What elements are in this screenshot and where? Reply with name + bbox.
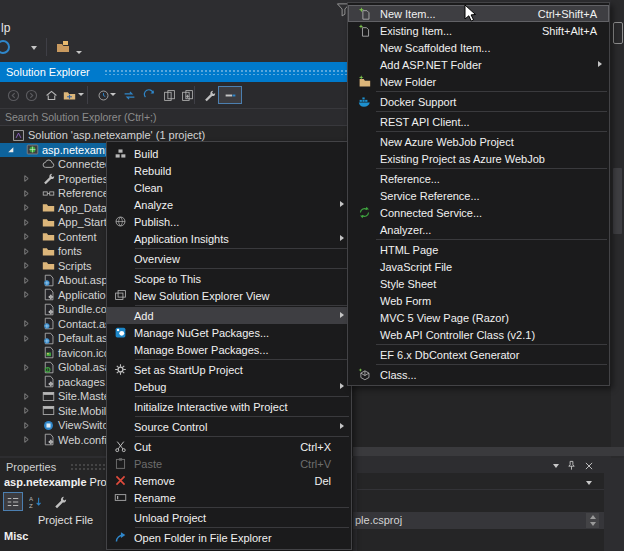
menu-item-new-item[interactable]: New Item...Ctrl+Shift+A xyxy=(348,5,609,22)
menu-item-rebuild[interactable]: Rebuild xyxy=(107,162,351,179)
preview-selected-toggle-icon[interactable] xyxy=(218,86,242,104)
object-combo[interactable] xyxy=(357,475,604,490)
menu-item-style-sheet[interactable]: Style Sheet xyxy=(348,275,609,292)
chevron-expanded-icon[interactable] xyxy=(6,143,16,158)
menu-item-class[interactable]: Class... xyxy=(348,366,609,383)
dropdown-caret[interactable] xyxy=(110,93,116,96)
menu-item-rest-api-client[interactable]: REST API Client... xyxy=(348,113,609,130)
menu-item-publish[interactable]: Publish... xyxy=(107,213,351,230)
menu-item-initialize-interactive-with-project[interactable]: Initialize Interactive with Project xyxy=(107,398,351,415)
menu-item-label: Web Form xyxy=(380,295,431,307)
chevron-collapsed-icon[interactable] xyxy=(22,317,32,332)
chevron-collapsed-icon[interactable] xyxy=(22,201,32,216)
menu-item-label: New Folder xyxy=(380,76,436,88)
chevron-collapsed-icon[interactable] xyxy=(22,389,32,404)
menu-item-label: REST API Client... xyxy=(380,116,470,128)
menu-item-scope-to-this[interactable]: Scope to This xyxy=(107,270,351,287)
menu-item-new-solution-explorer-view[interactable]: New Solution Explorer View xyxy=(107,287,351,304)
menu-item-build[interactable]: Build xyxy=(107,145,351,162)
search-solution-explorer-input[interactable]: Search Solution Explorer (Ctrl+;) xyxy=(0,108,354,126)
sync-selection-icon[interactable] xyxy=(120,85,138,105)
dropdown-caret[interactable] xyxy=(78,93,84,96)
menu-item-source-control[interactable]: Source Control xyxy=(107,418,351,435)
property-row-project-file[interactable]: Project File xyxy=(38,513,93,527)
menu-separator xyxy=(376,131,607,132)
menu-item-new-folder[interactable]: New Folder xyxy=(348,73,609,90)
chevron-collapsed-icon[interactable] xyxy=(22,230,32,245)
back-icon[interactable] xyxy=(4,85,22,105)
menu-item-overview[interactable]: Overview xyxy=(107,250,351,267)
property-pages-wrench-icon[interactable] xyxy=(50,492,70,511)
copy-icon[interactable] xyxy=(160,85,178,105)
menu-item-existing-item[interactable]: Existing Item...Shift+Alt+A xyxy=(348,22,609,39)
chevron-collapsed-icon[interactable] xyxy=(22,360,32,375)
menu-item-javascript-file[interactable]: JavaScript File xyxy=(348,258,609,275)
menu-item-connected-service[interactable]: Connected Service... xyxy=(348,204,609,221)
menu-item-manage-bower-packages[interactable]: Manage Bower Packages... xyxy=(107,341,351,358)
home-icon[interactable] xyxy=(42,85,60,105)
menu-item-paste[interactable]: PasteCtrl+V xyxy=(107,455,351,472)
alphabetical-icon[interactable]: AZ xyxy=(26,492,46,511)
menu-item-add[interactable]: Add xyxy=(107,307,351,324)
chevron-collapsed-icon[interactable] xyxy=(22,186,32,201)
dropdown-caret[interactable] xyxy=(31,46,37,50)
vertical-scrollbar-thumb[interactable] xyxy=(613,168,622,234)
toolbar-attach-icon[interactable] xyxy=(55,39,71,55)
menubar-help-fragment[interactable]: lp xyxy=(1,21,10,35)
menu-item-existing-project-as-azure-webjob[interactable]: Existing Project as Azure WebJob xyxy=(348,150,609,167)
menu-item-ef-6-x-dbcontext-generator[interactable]: EF 6.x DbContext Generator xyxy=(348,346,609,363)
project-file-value-field[interactable]: ple.csproj xyxy=(353,512,604,529)
menu-item-reference[interactable]: Reference... xyxy=(348,170,609,187)
refresh-icon[interactable] xyxy=(140,85,158,105)
menu-item-remove[interactable]: RemoveDel xyxy=(107,472,351,489)
menu-item-web-form[interactable]: Web Form xyxy=(348,292,609,309)
chevron-collapsed-icon[interactable] xyxy=(22,331,32,346)
forward-icon[interactable] xyxy=(22,85,40,105)
menu-item-html-page[interactable]: HTML Page xyxy=(348,241,609,258)
bottom-right-titlebar[interactable] xyxy=(357,458,604,473)
menu-item-application-insights[interactable]: Application Insights xyxy=(107,230,351,247)
chevron-collapsed-icon[interactable] xyxy=(22,259,32,274)
wrench-icon[interactable] xyxy=(200,85,218,105)
chevron-collapsed-icon[interactable] xyxy=(22,288,32,303)
chevron-collapsed-icon[interactable] xyxy=(22,433,32,448)
combo-dropdown-caret[interactable] xyxy=(582,476,595,489)
toolbar-run-icon[interactable] xyxy=(0,39,11,55)
menu-item-add-asp-net-folder[interactable]: Add ASP.NET Folder xyxy=(348,56,609,73)
close-icon[interactable] xyxy=(582,459,595,472)
menu-item-analyze[interactable]: Analyze xyxy=(107,196,351,213)
tree-item-label: Properties xyxy=(58,172,108,187)
menu-item-web-api-controller-class-v2-1[interactable]: Web API Controller Class (v2.1) xyxy=(348,326,609,343)
menu-item-new-azure-webjob-project[interactable]: New Azure WebJob Project xyxy=(348,133,609,150)
menu-item-cut[interactable]: CutCtrl+X xyxy=(107,438,351,455)
chevron-collapsed-icon[interactable] xyxy=(22,273,32,288)
dropdown-caret[interactable] xyxy=(76,51,82,54)
menu-item-service-reference[interactable]: Service Reference... xyxy=(348,187,609,204)
value-spinner[interactable] xyxy=(586,513,599,528)
solution-explorer-titlebar[interactable]: Solution Explorer xyxy=(0,62,354,82)
collapse-all-icon[interactable] xyxy=(60,85,78,105)
menu-item-rename[interactable]: Rename xyxy=(107,489,351,506)
window-dropdown-caret[interactable] xyxy=(549,459,562,472)
menu-item-open-folder-in-file-explorer[interactable]: Open Folder in File Explorer xyxy=(107,529,351,546)
property-category-misc[interactable]: Misc xyxy=(4,529,28,543)
horizontal-scrollbar[interactable] xyxy=(353,447,624,456)
menu-item-new-scaffolded-item[interactable]: New Scaffolded Item... xyxy=(348,39,609,56)
menu-item-debug[interactable]: Debug xyxy=(107,378,351,395)
menu-item-set-as-startup-project[interactable]: Set as StartUp Project xyxy=(107,361,351,378)
chevron-collapsed-icon[interactable] xyxy=(22,418,32,433)
pin-icon[interactable] xyxy=(565,459,578,472)
menu-item-analyzer[interactable]: Analyzer... xyxy=(348,221,609,238)
categorized-icon[interactable] xyxy=(3,492,23,511)
chevron-collapsed-icon[interactable] xyxy=(22,172,32,187)
menu-item-manage-nuget-packages[interactable]: Manage NuGet Packages... xyxy=(107,324,351,341)
menu-item-docker-support[interactable]: Docker Support xyxy=(348,93,609,110)
chevron-collapsed-icon[interactable] xyxy=(22,244,32,259)
menu-item-clean[interactable]: Clean xyxy=(107,179,351,196)
menu-item-unload-project[interactable]: Unload Project xyxy=(107,509,351,526)
menu-item-mvc-5-view-page-razor[interactable]: MVC 5 View Page (Razor) xyxy=(348,309,609,326)
spinner-up-icon[interactable] xyxy=(590,515,596,519)
chevron-collapsed-icon[interactable] xyxy=(22,215,32,230)
chevron-collapsed-icon[interactable] xyxy=(22,404,32,419)
spinner-down-icon[interactable] xyxy=(590,522,596,526)
